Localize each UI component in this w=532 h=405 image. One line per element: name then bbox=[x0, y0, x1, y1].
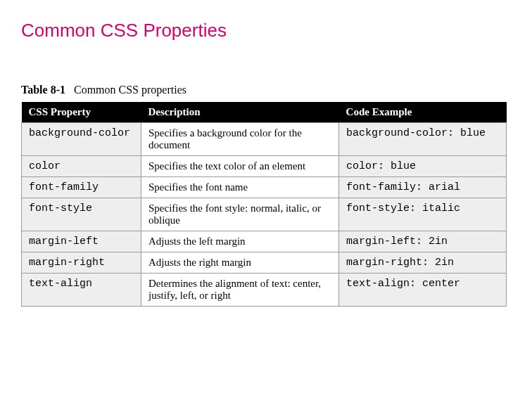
cell-property: font-family bbox=[22, 177, 141, 198]
table-row: text-align Determines the alignment of t… bbox=[22, 274, 507, 307]
cell-description: Specifies the text color of an element bbox=[141, 156, 338, 177]
cell-description: Adjusts the left margin bbox=[141, 231, 338, 252]
cell-code: margin-right: 2in bbox=[339, 252, 507, 274]
cell-property: margin-right bbox=[22, 252, 141, 274]
cell-code: font-family: arial bbox=[339, 177, 507, 198]
cell-code: font-style: italic bbox=[339, 198, 507, 231]
cell-code: margin-left: 2in bbox=[339, 231, 507, 252]
cell-code: text-align: center bbox=[339, 274, 507, 307]
table-header-row: CSS Property Description Code Example bbox=[22, 102, 507, 123]
cell-description: Specifies the font style: normal, italic… bbox=[141, 198, 338, 231]
css-properties-table: CSS Property Description Code Example ba… bbox=[21, 102, 507, 307]
cell-description: Adjusts the right margin bbox=[141, 252, 338, 274]
cell-property: color bbox=[22, 156, 141, 177]
table-row: font-family Specifies the font name font… bbox=[22, 177, 507, 198]
table-row: margin-right Adjusts the right margin ma… bbox=[22, 252, 507, 274]
cell-property: margin-left bbox=[22, 231, 141, 252]
cell-property: font-style bbox=[22, 198, 141, 231]
header-property: CSS Property bbox=[22, 102, 141, 123]
cell-property: background-color bbox=[22, 123, 141, 156]
table-row: font-style Specifies the font style: nor… bbox=[22, 198, 507, 231]
table-row: background-color Specifies a background … bbox=[22, 123, 507, 156]
cell-code: color: blue bbox=[339, 156, 507, 177]
cell-description: Specifies the font name bbox=[141, 177, 338, 198]
header-description: Description bbox=[141, 102, 338, 123]
cell-code: background-color: blue bbox=[339, 123, 507, 156]
table-caption-text: Common CSS properties bbox=[74, 84, 186, 96]
table-row: color Specifies the text color of an ele… bbox=[22, 156, 507, 177]
table-caption: Table 8-1 Common CSS properties bbox=[21, 84, 511, 96]
cell-property: text-align bbox=[22, 274, 141, 307]
header-code: Code Example bbox=[339, 102, 507, 123]
table-caption-prefix: Table 8-1 bbox=[21, 84, 65, 96]
cell-description: Specifies a background color for the doc… bbox=[141, 123, 338, 156]
table-row: margin-left Adjusts the left margin marg… bbox=[22, 231, 507, 252]
page-title: Common CSS Properties bbox=[21, 20, 511, 41]
cell-description: Determines the alignment of text: center… bbox=[141, 274, 338, 307]
